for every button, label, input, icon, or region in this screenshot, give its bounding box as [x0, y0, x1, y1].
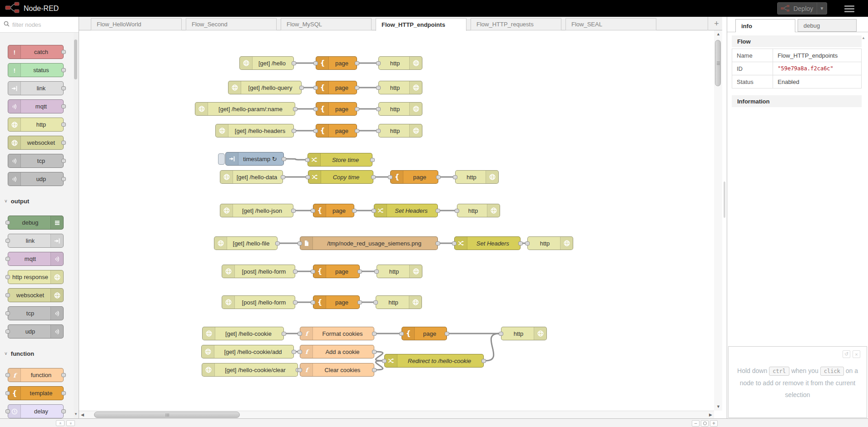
flow-node-httpres[interactable]: http: [378, 102, 422, 116]
tab-debug[interactable]: debug: [798, 19, 857, 32]
palette-node-debug[interactable]: debug: [8, 216, 64, 230]
flow-node-change[interactable]: Set Headers: [374, 204, 438, 217]
flow-node-template[interactable]: {page: [313, 204, 354, 217]
palette-expand-button[interactable]: »: [66, 420, 75, 426]
palette-node-http[interactable]: http: [8, 118, 64, 132]
canvas-horizontal-scrollbar[interactable]: ◀ ▶: [79, 411, 714, 418]
node-port-output[interactable]: [355, 86, 359, 90]
node-port-output[interactable]: [370, 158, 375, 162]
flow-node-change[interactable]: Redirect to /hello-cookie: [384, 354, 484, 368]
panel-scroll-up-icon[interactable]: ▲: [862, 36, 865, 40]
node-port-output[interactable]: [292, 350, 296, 354]
node-port-input[interactable]: [5, 275, 10, 279]
flow-node-template[interactable]: {page: [316, 102, 357, 116]
node-port-output[interactable]: [291, 209, 296, 213]
flow-node-httpin[interactable]: [post] /hello-form: [222, 295, 295, 309]
flow-node-httpres[interactable]: http: [457, 204, 500, 217]
node-port-input[interactable]: [382, 359, 387, 363]
tip-close-icon[interactable]: ×: [853, 350, 860, 358]
wire[interactable]: [486, 334, 499, 361]
node-port-output[interactable]: [282, 332, 286, 336]
node-port-output[interactable]: [481, 359, 486, 363]
node-port-output[interactable]: [61, 141, 66, 145]
zoom-reset-button[interactable]: [701, 420, 709, 427]
palette-node-tcp[interactable]: tcp: [8, 154, 64, 168]
flow-tab-Flow_HTTP_requests[interactable]: Flow_HTTP_requests: [471, 18, 561, 30]
flow-node-change[interactable]: Store time: [308, 153, 372, 167]
flow-node-httpres[interactable]: http: [378, 81, 422, 94]
node-port-input[interactable]: [452, 241, 456, 245]
node-port-output[interactable]: [352, 209, 357, 213]
flow-node-template[interactable]: {page: [316, 56, 357, 70]
flow-node-change[interactable]: Set Headers: [454, 236, 521, 250]
flow-node-httpres[interactable]: http: [378, 124, 422, 137]
node-port-input[interactable]: [311, 300, 315, 304]
node-port-input[interactable]: [298, 332, 302, 336]
flow-node-httpres[interactable]: http: [378, 56, 422, 70]
flow-tab-Flow_SEAL[interactable]: Flow_SEAL: [565, 18, 656, 30]
separator-grip[interactable]: [724, 182, 725, 218]
node-port-output[interactable]: [61, 50, 66, 54]
palette-category-function[interactable]: ˅function: [0, 348, 74, 359]
flow-node-httpres[interactable]: http: [376, 295, 422, 309]
node-port-input[interactable]: [5, 239, 10, 243]
node-port-input[interactable]: [376, 86, 381, 90]
node-port-input[interactable]: [373, 300, 378, 304]
flow-node-template[interactable]: {page: [313, 295, 360, 309]
node-port-input[interactable]: [499, 332, 503, 336]
node-port-input[interactable]: [313, 129, 318, 133]
node-port-input[interactable]: [298, 350, 302, 354]
palette-scrollbar[interactable]: ▼: [74, 33, 78, 418]
node-port-input[interactable]: [453, 175, 457, 179]
flow-node-httpres[interactable]: http: [501, 327, 547, 340]
node-port-input[interactable]: [5, 373, 10, 377]
flow-node-function[interactable]: fFormat cookies: [300, 327, 374, 340]
palette-node-mqtt[interactable]: mqtt: [8, 252, 64, 266]
palette-node-udp[interactable]: udp: [8, 172, 64, 186]
node-port-output[interactable]: [372, 368, 377, 372]
node-port-input[interactable]: [376, 61, 381, 65]
deploy-options-chevron-icon[interactable]: ▼: [817, 3, 827, 14]
flow-node-httpres[interactable]: http: [455, 170, 499, 184]
palette-node-function[interactable]: ffunction: [8, 368, 64, 382]
node-port-output[interactable]: [436, 209, 440, 213]
main-menu-button[interactable]: [844, 4, 854, 12]
flow-node-httpres[interactable]: http: [527, 236, 573, 250]
canvas-vertical-scrollbar[interactable]: ▲ ▼: [714, 30, 722, 411]
node-port-output[interactable]: [355, 61, 359, 65]
node-port-output[interactable]: [355, 107, 359, 111]
node-port-output[interactable]: [61, 391, 66, 395]
node-port-output[interactable]: [436, 175, 441, 179]
palette-node-mqtt[interactable]: mqtt: [8, 99, 64, 113]
flow-node-httpin[interactable]: [get] /hello-cookie/add: [201, 345, 294, 358]
horizontal-scroll-thumb[interactable]: [94, 412, 240, 418]
flow-node-httpin[interactable]: [get] /hello-cookie: [202, 327, 284, 340]
flow-tab-Flow_Second[interactable]: Flow_Second: [186, 18, 277, 30]
node-port-output[interactable]: [518, 241, 523, 245]
wire[interactable]: [286, 159, 306, 160]
palette-node-template[interactable]: {template: [8, 386, 64, 400]
palette-node-catch[interactable]: !catch: [8, 45, 64, 59]
scroll-left-icon[interactable]: ◀: [81, 413, 84, 417]
node-port-input[interactable]: [298, 368, 302, 372]
node-port-input[interactable]: [298, 241, 302, 245]
flow-node-httpres[interactable]: http: [377, 265, 422, 278]
node-port-output[interactable]: [61, 409, 66, 413]
vertical-scroll-thumb[interactable]: [715, 40, 721, 86]
flow-tab-Flow_HelloWorld[interactable]: Flow_HelloWorld: [91, 18, 182, 30]
flow-node-function[interactable]: fAdd a cookie: [300, 345, 374, 358]
node-port-output[interactable]: [61, 159, 66, 163]
palette-node-udp[interactable]: udp: [8, 324, 64, 339]
node-port-input[interactable]: [311, 270, 315, 274]
node-port-output[interactable]: [281, 175, 285, 179]
scroll-down-icon[interactable]: ▼: [716, 405, 720, 409]
node-port-input[interactable]: [455, 209, 459, 213]
node-port-output[interactable]: [371, 175, 376, 179]
flow-node-httpin[interactable]: [get] /hello-param/:name: [195, 102, 295, 116]
flow-node-inject[interactable]: timestamp ↻: [225, 152, 284, 166]
node-port-input[interactable]: [313, 86, 318, 90]
deploy-button[interactable]: Deploy ▼: [777, 2, 827, 15]
palette-scroll-down-icon[interactable]: ▼: [74, 412, 78, 416]
node-port-input[interactable]: [5, 293, 10, 297]
palette-node-status[interactable]: !status: [8, 63, 64, 77]
